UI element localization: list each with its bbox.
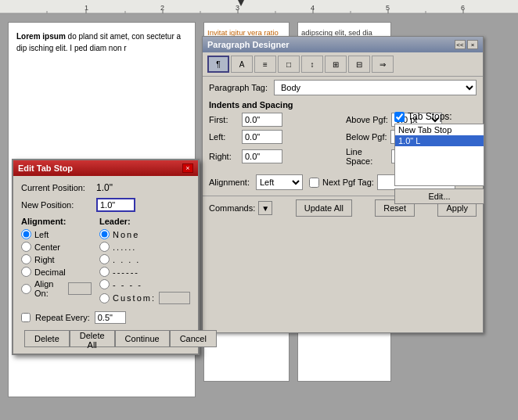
- align-right-radio[interactable]: [21, 254, 31, 264]
- leader-dash-dot-row: - - - -: [99, 279, 190, 289]
- align-right-row: Right: [21, 254, 92, 264]
- leader-dots2-row: . . . .: [99, 254, 190, 264]
- leader-dots2-radio[interactable]: [99, 254, 110, 264]
- align-center-radio[interactable]: [21, 242, 31, 252]
- leader-dots1-row: ......: [99, 242, 190, 252]
- document-area: Lorem ipsum do pland sit amet, con secte…: [0, 14, 518, 420]
- lorem-bold: Lorem ipsum: [16, 32, 66, 41]
- repeat-input[interactable]: [95, 311, 126, 324]
- svg-text:1: 1: [85, 4, 88, 12]
- commands-label: Commands:: [209, 203, 255, 213]
- alignment-select[interactable]: Left: [256, 174, 303, 190]
- align-left-radio[interactable]: [21, 229, 31, 239]
- edit-tab-stop-close-button[interactable]: ×: [182, 163, 193, 173]
- line-space-label: Line Space:: [346, 147, 388, 166]
- commands-left: Commands: ▼: [209, 201, 272, 215]
- leader-section-title: Leader:: [99, 217, 190, 226]
- leader-none-radio[interactable]: [99, 229, 110, 239]
- left-label: Left:: [209, 132, 239, 142]
- leader-custom-row: Custom:: [99, 292, 190, 304]
- pd-toolbar-table-icon[interactable]: ⊞: [325, 56, 347, 73]
- current-position-row: Current Position: 1.0": [21, 182, 190, 193]
- next-pgf-tag-label: Next Pgf Tag:: [322, 178, 374, 187]
- align-left-row: Left: [21, 229, 92, 239]
- pd-toolbar-font-icon[interactable]: A: [231, 56, 253, 73]
- pd-toolbar-arrow-icon[interactable]: ⇒: [372, 56, 394, 73]
- right-input[interactable]: [242, 149, 282, 163]
- leader-dots2-label: . . . .: [113, 255, 152, 264]
- alignment-section-title: Alignment:: [21, 217, 92, 226]
- pd-toolbar-basic-icon[interactable]: ¶: [207, 56, 229, 73]
- pd-minimize-button[interactable]: <<: [455, 40, 466, 49]
- tab-stops-list[interactable]: New Tab Stop 1.0" L: [394, 124, 484, 186]
- paragraph-designer-panel: Paragraph Designer << × ¶ A ≡ □ ↕ ⊞ ⊟ ⇒ …: [202, 36, 484, 333]
- leader-section: Leader: None ...... . . . .: [99, 217, 190, 307]
- current-position-label: Current Position:: [21, 183, 92, 192]
- edit-tab-stop-titlebar: Edit Tab Stop ×: [13, 160, 198, 176]
- leader-custom-radio[interactable]: [99, 293, 110, 303]
- align-decimal-row: Decimal: [21, 267, 92, 277]
- cancel-button[interactable]: Cancel: [170, 330, 217, 347]
- paragraph-tag-row: Paragraph Tag: Body: [203, 77, 483, 99]
- tab-stops-checkbox[interactable]: [394, 112, 405, 122]
- align-right-label: Right: [34, 255, 55, 264]
- repeat-label: Repeat Every:: [35, 313, 90, 322]
- leader-custom-input[interactable]: [159, 292, 190, 304]
- left-input[interactable]: [242, 130, 282, 144]
- alignment-label: Alignment:: [209, 178, 250, 187]
- align-on-input[interactable]: [68, 282, 92, 295]
- leader-dash-dot-radio[interactable]: [99, 279, 110, 289]
- tab-stops-panel: Tab Stops: New Tab Stop 1.0" L Edit...: [394, 111, 484, 204]
- leader-dots1-radio[interactable]: [99, 242, 110, 252]
- alignment-section: Alignment: Left Center Right: [21, 217, 92, 307]
- align-center-label: Center: [34, 242, 60, 252]
- tab-stops-edit-button[interactable]: Edit...: [394, 188, 484, 204]
- pd-toolbar: ¶ A ≡ □ ↕ ⊞ ⊟ ⇒: [203, 52, 483, 77]
- current-position-value: 1.0": [96, 182, 113, 193]
- next-pgf-tag-checkbox[interactable]: [309, 178, 319, 188]
- continue-button[interactable]: Continue: [115, 330, 170, 347]
- left-field-row: Left:: [209, 130, 340, 144]
- pd-window-controls: << ×: [455, 40, 478, 49]
- align-center-row: Center: [21, 242, 92, 252]
- update-all-button[interactable]: Update All: [296, 199, 352, 217]
- leader-custom-label: Custom:: [113, 293, 156, 303]
- indents-spacing-heading: Indents and Spacing: [203, 99, 483, 111]
- leader-none-label: None: [113, 230, 152, 239]
- first-label: First:: [209, 115, 239, 124]
- pd-toolbar-spacing-icon[interactable]: ↕: [301, 56, 323, 73]
- edit-tab-stop-title: Edit Tab Stop: [18, 163, 73, 173]
- tab-stop-1[interactable]: 1.0" L: [395, 135, 484, 146]
- pd-toolbar-frame-icon[interactable]: □: [278, 56, 300, 73]
- new-position-row: New Position:: [21, 198, 190, 212]
- leader-dashes-row: ------: [99, 267, 190, 277]
- right-field-row: Right:: [209, 147, 340, 166]
- repeat-checkbox[interactable]: [21, 313, 31, 322]
- tab-stops-header: Tab Stops:: [394, 111, 484, 122]
- leader-dash-dot-label: - - - -: [113, 280, 152, 289]
- align-on-row: Align On:: [21, 279, 92, 298]
- align-on-radio[interactable]: [21, 284, 31, 294]
- commands-dropdown-button[interactable]: ▼: [258, 201, 272, 215]
- first-field-row: First:: [209, 113, 340, 127]
- delete-button[interactable]: Delete: [24, 330, 70, 347]
- tab-stop-new[interactable]: New Tab Stop: [395, 124, 484, 135]
- tab-stops-label: Tab Stops:: [408, 111, 452, 122]
- alignment-leader-sections: Alignment: Left Center Right: [21, 217, 190, 307]
- align-decimal-label: Decimal: [34, 267, 66, 277]
- above-pgf-label: Above Pgf:: [346, 115, 388, 124]
- pd-toolbar-align-icon[interactable]: ≡: [254, 56, 276, 73]
- right-label: Right:: [209, 152, 239, 161]
- ruler: 1 2 3 4 5 6: [0, 0, 518, 14]
- pd-close-button[interactable]: ×: [467, 40, 478, 49]
- delete-all-button[interactable]: Delete All: [70, 330, 115, 347]
- leader-none-row: None: [99, 229, 190, 239]
- first-input[interactable]: [242, 113, 282, 127]
- edit-tab-stop-body: Current Position: 1.0" New Position: Ali…: [13, 176, 198, 354]
- paragraph-tag-select[interactable]: Body: [274, 80, 477, 95]
- new-position-input[interactable]: [96, 198, 135, 212]
- align-decimal-radio[interactable]: [21, 267, 31, 277]
- paragraph-tag-label: Paragraph Tag:: [209, 83, 268, 92]
- leader-dashes-radio[interactable]: [99, 267, 110, 277]
- pd-toolbar-list-icon[interactable]: ⊟: [348, 56, 370, 73]
